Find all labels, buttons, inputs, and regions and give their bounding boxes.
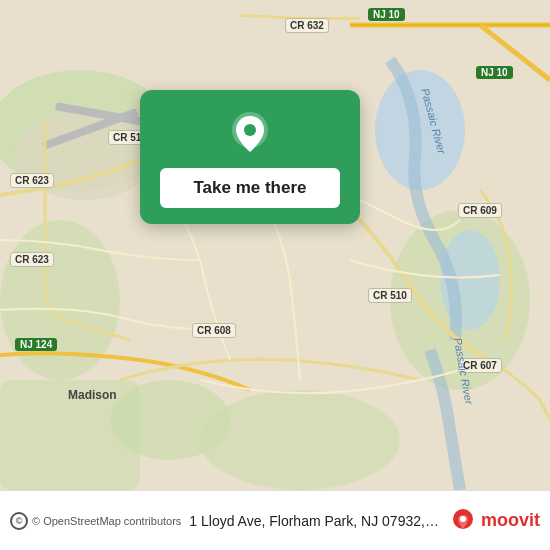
svg-point-15 (460, 516, 466, 522)
map-container: CR 632 CR 510 CR 510 CR 623 CR 623 CR 60… (0, 0, 550, 490)
map-svg (0, 0, 550, 490)
address-label: 1 Lloyd Ave, Florham Park, NJ 07932, New… (189, 513, 441, 529)
location-card: Take me there (140, 90, 360, 224)
moovit-icon (449, 507, 477, 535)
nj10a-label: NJ 10 (368, 8, 405, 21)
osm-attribution: © © OpenStreetMap contributors (10, 512, 181, 530)
cr609-label: CR 609 (458, 203, 502, 218)
bottom-bar: © © OpenStreetMap contributors 1 Lloyd A… (0, 490, 550, 550)
take-me-there-button[interactable]: Take me there (160, 168, 340, 208)
nj124-label: NJ 124 (15, 338, 57, 351)
nj10b-label: NJ 10 (476, 66, 513, 79)
cr608-label: CR 608 (192, 323, 236, 338)
moovit-text: moovit (481, 510, 540, 531)
osm-text: © OpenStreetMap contributors (32, 515, 181, 527)
cr632-label: CR 632 (285, 18, 329, 33)
cr623a-label: CR 623 (10, 173, 54, 188)
moovit-logo: moovit (449, 507, 540, 535)
madison-label: Madison (68, 388, 117, 402)
cr510b-label: CR 510 (368, 288, 412, 303)
osm-circle-icon: © (10, 512, 28, 530)
svg-point-4 (200, 390, 400, 490)
cr623b-label: CR 623 (10, 252, 54, 267)
svg-point-13 (244, 124, 256, 136)
location-pin-icon (227, 110, 273, 156)
